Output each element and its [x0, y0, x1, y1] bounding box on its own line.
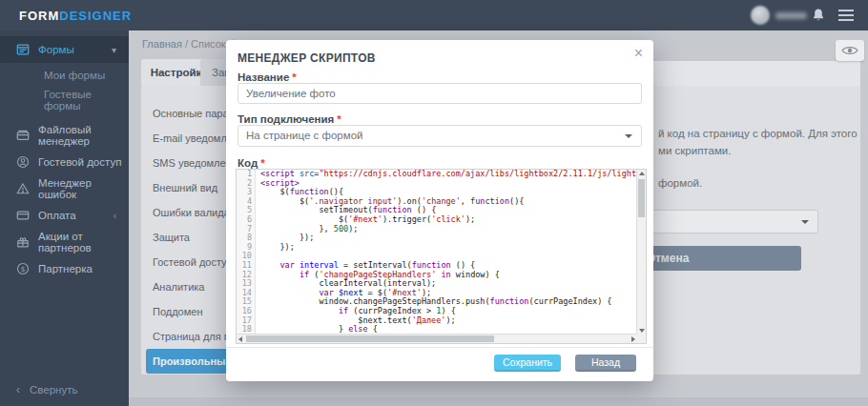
page-footer-strip — [0, 397, 868, 406]
save-button[interactable]: Сохранить — [494, 355, 561, 372]
sidebar-item-partner-promos[interactable]: Акции от партнеров — [0, 229, 129, 255]
selected-option: На странице с формой — [246, 130, 362, 141]
horizontal-scrollbar[interactable] — [237, 334, 637, 343]
sidebar-item-label: Менеджер ошибок — [38, 177, 129, 200]
file-manager-icon — [16, 129, 30, 142]
caret-down-icon — [625, 134, 632, 138]
dollar-circle-icon: $ — [16, 262, 30, 275]
user-avatar[interactable] — [751, 6, 770, 25]
connection-type-select[interactable]: На странице с формой — [238, 125, 642, 147]
sidebar-item-label: Файловый менеджер — [38, 124, 129, 147]
sidebar-item-label: Партнерка — [38, 263, 93, 274]
sidebar-item-guest-forms[interactable]: Гостевые формы — [0, 88, 129, 112]
sidebar-collapse-button[interactable]: ‹Свернуть — [16, 383, 77, 396]
sidebar-item-label: Формы — [38, 44, 74, 55]
sidebar-item-label: Гостевые формы — [44, 89, 129, 112]
modal-close-icon[interactable]: × — [634, 46, 643, 61]
gift-icon — [16, 235, 30, 249]
eye-icon — [841, 45, 858, 56]
sidebar-item-label: Мои формы — [44, 70, 105, 81]
guest-access-icon — [16, 155, 30, 169]
horizontal-scroll-thumb[interactable] — [246, 335, 494, 342]
script-manager-modal: МЕНЕДЖЕР СКРИПТОВ × Название* Тип подклю… — [226, 40, 653, 381]
collapse-label: Свернуть — [30, 384, 77, 396]
notifications-bell-icon[interactable] — [812, 8, 825, 26]
chevron-left-icon: ‹ — [16, 383, 20, 396]
scroll-right-arrow[interactable] — [631, 336, 635, 342]
sidebar-item-forms[interactable]: Формы ▾ — [0, 36, 129, 63]
vertical-scroll-thumb[interactable] — [638, 179, 645, 217]
code-gutter: 12345678910111213141516171819 — [237, 170, 256, 335]
back-button[interactable]: Назад — [575, 355, 636, 372]
sidebar: Формы ▾ Мои формы Гостевые формы Файловы… — [0, 30, 129, 406]
scroll-up-arrow[interactable] — [639, 172, 645, 175]
brand-designer: DESIGNER — [59, 9, 132, 23]
code-field-label: Код* — [238, 157, 265, 169]
modal-title: МЕНЕДЖЕР СКРИПТОВ — [238, 51, 376, 65]
modal-footer-divider — [226, 347, 653, 348]
type-field-label: Тип подключения* — [238, 113, 341, 125]
scroll-left-arrow[interactable] — [238, 336, 242, 342]
page-description-fragment-2: ми скриптами. — [658, 145, 731, 156]
user-name-blurred[interactable] — [775, 12, 807, 19]
preview-button[interactable] — [836, 40, 864, 61]
vertical-scrollbar[interactable] — [636, 170, 646, 335]
top-bar: FORMDESIGNER — [0, 0, 868, 30]
required-asterisk: * — [337, 113, 341, 125]
sidebar-item-affiliate[interactable]: $ Партнерка — [0, 255, 129, 282]
payment-icon — [16, 209, 30, 222]
sidebar-item-label: Гостевой доступ — [38, 156, 121, 168]
sidebar-item-guest-access[interactable]: Гостевой доступ — [0, 149, 129, 175]
page-description-fragment-1: й код на страницу с формой. Для этого — [658, 128, 858, 139]
svg-text:$: $ — [21, 265, 26, 274]
required-asterisk: * — [292, 71, 296, 83]
scrollbar-corner — [637, 335, 646, 343]
brand-logo[interactable]: FORMDESIGNER — [19, 9, 132, 23]
sidebar-item-payment[interactable]: Оплата ‹ — [0, 202, 129, 229]
breadcrumb-home-link[interactable]: Главная — [142, 38, 182, 50]
menu-hamburger-icon[interactable] — [838, 10, 854, 21]
sidebar-item-error-manager[interactable]: Менеджер ошибок — [0, 175, 129, 202]
required-asterisk: * — [260, 157, 264, 169]
brand-form: FORM — [19, 9, 59, 23]
code-editor[interactable]: 12345678910111213141516171819 <script sr… — [236, 169, 647, 344]
page-description-fragment-3: формой. — [658, 177, 702, 189]
code-lines[interactable]: <script src="https://cdnjs.cloudflare.co… — [257, 170, 637, 335]
sidebar-item-label: Акции от партнеров — [38, 231, 129, 254]
name-field-label: Название* — [238, 71, 297, 83]
error-manager-icon — [16, 182, 30, 195]
script-name-input[interactable] — [238, 83, 642, 104]
scroll-down-arrow[interactable] — [639, 329, 645, 333]
sidebar-item-file-manager[interactable]: Файловый менеджер — [0, 122, 129, 149]
chevron-down-icon: ▾ — [112, 45, 116, 55]
sidebar-item-label: Оплата — [38, 210, 76, 221]
app-root: FORMDESIGNER Формы ▾ Мои формы Гостевые … — [0, 0, 868, 406]
caret-down-icon — [801, 220, 809, 224]
forms-icon — [16, 43, 30, 56]
sidebar-item-my-forms[interactable]: Мои формы — [0, 63, 129, 88]
chevron-left-icon: ‹ — [114, 211, 116, 221]
